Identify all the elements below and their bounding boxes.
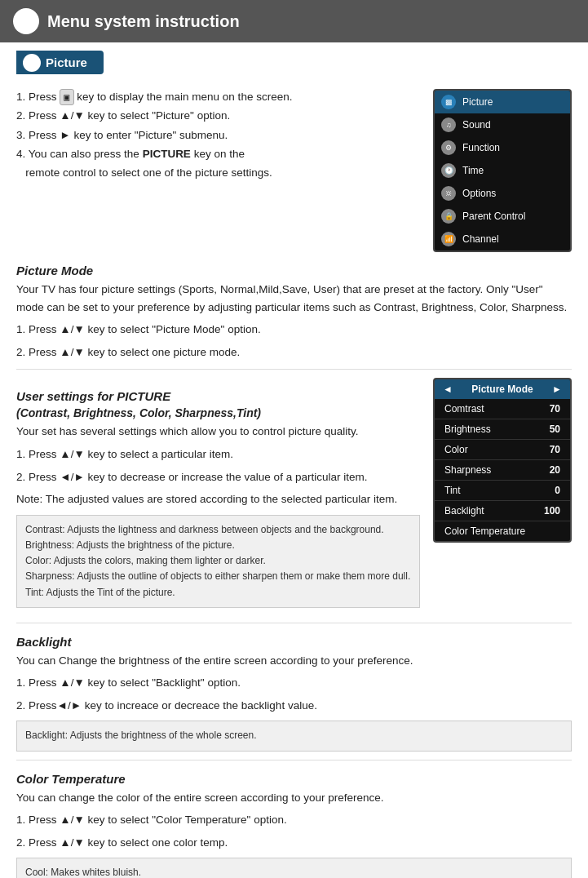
sharpness-value: 20: [550, 464, 560, 476]
top-section: 1. Press ▣ key to display the main menu …: [16, 89, 572, 252]
note-line-2: Brightness: Adjusts the brightness of th…: [25, 538, 411, 553]
picture-mode-heading: Picture Mode: [16, 264, 572, 277]
contrast-label: Comtrast: [444, 403, 484, 415]
brightness-value: 50: [550, 423, 560, 435]
tint-label: Tint: [444, 485, 461, 496]
backlight-label: Backlight: [444, 505, 484, 517]
user-settings-note-box: Contrast: Adjusts the lightness and dark…: [16, 515, 420, 608]
picture-icon: ▩: [441, 95, 456, 109]
section-tab: Picture: [16, 51, 104, 74]
antenna-icon: 📶: [441, 232, 456, 246]
menu-item-sound[interactable]: ♫ Sound: [435, 113, 570, 136]
lock-icon: 🔒: [441, 209, 456, 224]
pic-mode-widget-col: ◄ Picture Mode ► Comtrast 70 Brightness …: [433, 378, 572, 543]
backlight-value: 100: [544, 505, 560, 517]
function-icon: ⚙: [441, 140, 456, 155]
user-settings-subheading: (Contrast, Brightness, Color, Sharpness,…: [16, 406, 420, 419]
picture-mode-section: Picture Mode Your TV has four picture se…: [16, 264, 572, 361]
divider-1: [16, 369, 572, 370]
instr-step-4: 4. You can also press the PICTURE key on…: [16, 146, 420, 162]
instr-step-3: 3. Press ► key to enter "Picture" submen…: [16, 127, 420, 144]
pic-mode-row-color: Color 70: [435, 440, 570, 460]
pic-mode-header-label: Picture Mode: [471, 384, 533, 395]
menu-item-time-label: Time: [462, 165, 484, 176]
color-value: 70: [550, 444, 560, 455]
backlight-note-box: Backlight: Adjusts the brightness of the…: [16, 721, 572, 751]
user-settings-note: Note: The adjusted values are stored acc…: [16, 490, 420, 508]
color-temp-body: You can change the color of the entire s…: [16, 789, 572, 807]
menu-widget: ▩ Picture ♫ Sound ⚙ Function 🕐 Time ⛭: [433, 89, 572, 252]
divider-2: [16, 623, 572, 623]
menu-item-time[interactable]: 🕐 Time: [435, 159, 570, 182]
tint-value: 0: [555, 485, 560, 496]
menu-item-options-label: Options: [462, 188, 496, 199]
picture-mode-body: Your TV has four picture settings (Sport…: [16, 281, 572, 316]
backlight-heading: Backlight: [16, 635, 572, 649]
color-label: Color: [444, 444, 468, 455]
picture-mode-step1: 1. Press ▲/▼ key to select "Picture Mode…: [16, 321, 572, 339]
note-line-1: Contrast: Adjusts the lightness and dark…: [25, 522, 411, 538]
menu-widget-col: ▩ Picture ♫ Sound ⚙ Function 🕐 Time ⛭: [433, 89, 572, 252]
main-content: 1. Press ▣ key to display the main menu …: [0, 81, 588, 878]
menu-item-parentcontrol-label: Parent Control: [462, 211, 525, 222]
color-temp-section: Color Temperature You can change the col…: [16, 772, 572, 878]
instr-step-4b: remote control to select one of the pict…: [16, 165, 420, 181]
options-icon: ⛭: [441, 186, 456, 201]
backlight-note-text: Backlight: Adjusts the brightness of the…: [25, 729, 257, 741]
menu-item-function-label: Function: [462, 142, 500, 153]
pic-mode-header: ◄ Picture Mode ►: [435, 379, 570, 399]
user-settings-section: User settings for PICTURE (Contrast, Bri…: [16, 378, 572, 614]
right-arrow-icon: ►: [552, 384, 562, 395]
note-line-4: Sharpness: Adjusts the outline of object…: [25, 569, 411, 584]
sharpness-label: Sharpness: [444, 464, 491, 476]
menu-item-channel[interactable]: 📶 Channel: [435, 228, 570, 251]
pic-mode-widget: ◄ Picture Mode ► Comtrast 70 Brightness …: [433, 378, 572, 543]
pic-mode-row-tint: Tint 0: [435, 481, 570, 501]
user-settings-text: User settings for PICTURE (Contrast, Bri…: [16, 378, 420, 614]
instructions-col: 1. Press ▣ key to display the main menu …: [16, 89, 420, 188]
color-temp-heading: Color Temperature: [16, 772, 572, 786]
menu-item-options[interactable]: ⛭ Options: [435, 182, 570, 205]
user-settings-step2: 2. Press ◄/► key to decrease or increase…: [16, 468, 420, 486]
color-temp-step1: 1. Press ▲/▼ key to select "Color Temper…: [16, 811, 572, 829]
pic-mode-row-backlight: Backlight 100: [435, 501, 570, 521]
menu-key-icon: ▣: [60, 89, 73, 105]
contrast-value: 70: [550, 403, 560, 415]
backlight-step2: 2. Press◄/► key to increace or decreace …: [16, 697, 572, 715]
pic-mode-row-color-temp: Color Temperature: [435, 521, 570, 541]
menu-item-picture-label: Picture: [462, 96, 493, 108]
user-settings-step1: 1. Press ▲/▼ key to select a particular …: [16, 446, 420, 463]
top-instruction-list: 1. Press ▣ key to display the main menu …: [16, 89, 420, 181]
pic-mode-row-sharpness: Sharpness 20: [435, 460, 570, 481]
pic-mode-row-contrast: Comtrast 70: [435, 399, 570, 419]
page-title: Menu system instruction: [47, 12, 240, 31]
menu-item-picture[interactable]: ▩ Picture: [435, 91, 570, 113]
backlight-body: You can Change the brightness of the ent…: [16, 652, 572, 670]
color-temp-label: Color Temperature: [444, 525, 525, 537]
note-line-3: Color: Adjusts the colors, making them l…: [25, 553, 411, 569]
note-line-5: Tint: Adjusts the Tint of the picture.: [25, 585, 411, 601]
time-icon: 🕐: [441, 163, 456, 178]
instr-step-2: 2. Press ▲/▼ key to select "Picture" opt…: [16, 108, 420, 124]
menu-item-channel-label: Channel: [462, 233, 499, 245]
user-settings-heading-main: User settings for PICTURE: [16, 389, 170, 403]
picture-mode-step2: 2. Press ▲/▼ key to select one picture m…: [16, 344, 572, 361]
user-settings-heading: User settings for PICTURE: [16, 389, 420, 403]
menu-item-parentcontrol[interactable]: 🔒 Parent Control: [435, 205, 570, 228]
backlight-step1: 1. Press ▲/▼ key to select "Backlight" o…: [16, 674, 572, 692]
sound-icon: ♫: [441, 118, 456, 132]
header-corner-circle: [13, 8, 39, 34]
color-temp-note-cool: Cool: Makes whites bluish.: [25, 865, 563, 878]
menu-item-function[interactable]: ⚙ Function: [435, 136, 570, 159]
instr-step-1: 1. Press ▣ key to display the main menu …: [16, 89, 420, 105]
color-temp-note-box: Cool: Makes whites bluish. Standard: Mak…: [16, 858, 572, 878]
page-header: Menu system instruction: [0, 0, 588, 42]
pic-mode-row-brightness: Brightness 50: [435, 419, 570, 440]
menu-item-sound-label: Sound: [462, 119, 491, 131]
backlight-section: Backlight You can Change the brightness …: [16, 635, 572, 752]
brightness-label: Brightness: [444, 423, 491, 435]
divider-3: [16, 760, 572, 760]
user-settings-body: Your set has several settings which allo…: [16, 423, 420, 441]
left-arrow-icon: ◄: [443, 384, 453, 395]
section-label: Picture: [46, 55, 87, 69]
